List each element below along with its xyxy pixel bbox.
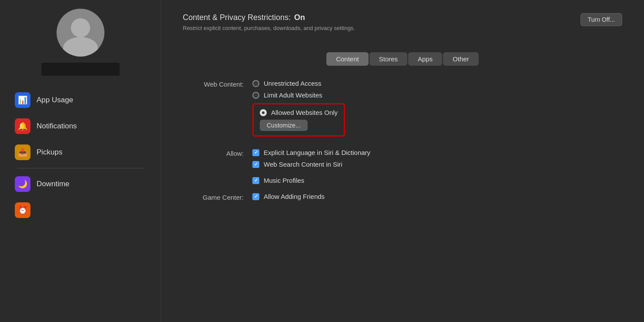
checkbox-web-search[interactable]: ✓ Web Search Content in Siri (252, 161, 370, 168)
sidebar-nav: 📊 App Usage 🔔 Notifications 📤 Pickups 🌙 … (0, 88, 161, 224)
header-row: Content & Privacy Restrictions: On Restr… (183, 13, 622, 42)
downtime-icon: 🌙 (15, 176, 30, 192)
app-usage-icon: 📊 (15, 92, 30, 108)
checkbox-box-friends: ✓ (252, 193, 259, 200)
page-subtitle: Restrict explicit content, purchases, do… (183, 25, 355, 31)
web-content-options: Unrestricted Access Limit Adult Websites… (252, 80, 345, 137)
sidebar-item-notifications[interactable]: 🔔 Notifications (9, 114, 152, 138)
notifications-icon: 🔔 (15, 118, 30, 134)
sidebar-item-pickups[interactable]: 📤 Pickups (9, 140, 152, 164)
radio-unrestricted[interactable]: Unrestricted Access (252, 80, 345, 87)
checkmark-web-search: ✓ (254, 161, 258, 167)
allow-section: Allow: ✓ Explicit Language in Siri & Dic… (183, 149, 622, 168)
avatar (57, 9, 104, 57)
sidebar-label-notifications: Notifications (37, 122, 77, 131)
checkbox-music-profiles[interactable]: ✓ Music Profiles (252, 177, 622, 184)
checkbox-label-friends: Allow Adding Friends (264, 193, 325, 200)
radio-circle-unrestricted (252, 80, 259, 87)
sidebar-label-downtime: Downtime (37, 180, 70, 188)
sidebar-item-app-usage[interactable]: 📊 App Usage (9, 88, 152, 112)
game-center-section: Game Center: ✓ Allow Adding Friends (183, 193, 622, 201)
customize-button[interactable]: Customize... (260, 120, 308, 131)
avatar-head (71, 18, 90, 37)
checkbox-box-music: ✓ (252, 177, 259, 184)
highlight-box: Allowed Websites Only Customize... (252, 103, 345, 137)
title-status: On (294, 13, 305, 22)
sidebar: 📊 App Usage 🔔 Notifications 📤 Pickups 🌙 … (0, 0, 161, 322)
sidebar-label-app-usage: App Usage (37, 96, 73, 104)
game-center-label: Game Center: (183, 193, 244, 201)
checkbox-label-web-search: Web Search Content in Siri (264, 161, 342, 168)
sidebar-item-extra[interactable]: ⏰ (9, 198, 152, 222)
avatar-name-bar (41, 63, 120, 76)
checkbox-label-music: Music Profiles (264, 177, 304, 184)
tab-content[interactable]: Content (326, 52, 369, 66)
radio-allowed-only[interactable]: Allowed Websites Only (260, 109, 338, 116)
tab-apps[interactable]: Apps (408, 52, 442, 66)
sidebar-item-downtime[interactable]: 🌙 Downtime (9, 172, 152, 196)
avatar-container (41, 9, 120, 76)
allow-label: Allow: (183, 149, 244, 157)
checkmark-friends: ✓ (254, 194, 258, 199)
radio-label-unrestricted: Unrestricted Access (264, 80, 322, 87)
checkbox-box-web-search: ✓ (252, 161, 259, 168)
pickups-icon: 📤 (15, 144, 30, 160)
radio-circle-limit-adult (252, 92, 259, 99)
turn-off-button[interactable]: Turn Off... (580, 13, 622, 26)
checkbox-allow-friends[interactable]: ✓ Allow Adding Friends (252, 193, 325, 200)
checkbox-explicit-language[interactable]: ✓ Explicit Language in Siri & Dictionary (252, 149, 370, 156)
main-content: Content & Privacy Restrictions: On Restr… (161, 0, 644, 322)
radio-label-limit-adult: Limit Adult Websites (264, 91, 322, 99)
title-prefix: Content & Privacy Restrictions: (183, 13, 291, 22)
web-content-label: Web Content: (183, 80, 244, 88)
avatar-body (63, 37, 98, 57)
radio-label-allowed-only: Allowed Websites Only (271, 109, 338, 116)
sidebar-divider (17, 168, 143, 168)
checkmark-music: ✓ (254, 178, 258, 183)
sidebar-label-pickups: Pickups (37, 148, 63, 157)
checkbox-box-explicit: ✓ (252, 149, 259, 156)
highlight-wrapper: Allowed Websites Only Customize... (252, 103, 345, 137)
checkbox-label-explicit: Explicit Language in Siri & Dictionary (264, 149, 370, 156)
page-header: Content & Privacy Restrictions: On Restr… (183, 13, 355, 31)
tabs-container: Content Stores Apps Other (183, 52, 622, 66)
allow-row: Allow: ✓ Explicit Language in Siri & Dic… (183, 149, 622, 168)
tab-other[interactable]: Other (443, 52, 479, 66)
tab-stores[interactable]: Stores (369, 52, 407, 66)
page-title: Content & Privacy Restrictions: On (183, 13, 355, 22)
music-profiles-section: ✓ Music Profiles (252, 177, 622, 184)
allow-checkboxes: ✓ Explicit Language in Siri & Dictionary… (252, 149, 370, 168)
radio-limit-adult[interactable]: Limit Adult Websites (252, 91, 345, 99)
game-center-row: Game Center: ✓ Allow Adding Friends (183, 193, 622, 201)
web-content-row: Web Content: Unrestricted Access Limit A… (183, 80, 622, 137)
radio-circle-allowed-only (260, 109, 267, 116)
checkmark-explicit: ✓ (254, 150, 258, 155)
extra-icon: ⏰ (15, 202, 30, 218)
